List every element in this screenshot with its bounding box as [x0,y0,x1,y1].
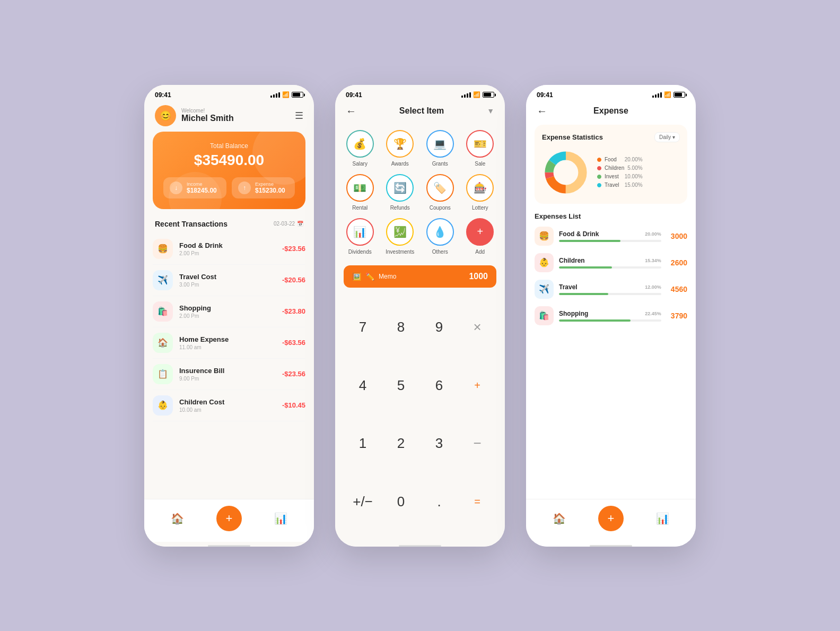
expense-list-name: Children 15.34% [559,257,661,264]
transaction-name: Insurence Bill [179,367,282,375]
stats-nav-button[interactable]: 📊 [274,512,287,525]
numpad-key[interactable]: 3 [420,414,458,473]
items-grid: 💰 Salary 🏆 Awards 💻 Grants 🎫 Sale 💵 Rent… [335,125,505,260]
wifi-icon-3: 📶 [664,91,671,98]
item-circle: 🏆 [386,130,414,158]
add-button-3[interactable]: + [598,506,624,531]
expense-amount: $15230.00 [255,187,285,194]
item-circle: 💻 [426,130,454,158]
phone-dashboard: 09:41 📶 😊 Welcome! Michel Smith ☰ [144,85,314,547]
item-cell[interactable]: 💻 Grants [424,130,457,167]
balance-card: Total Balance $35490.00 ↓ Income $18245.… [153,132,305,209]
numpad-key[interactable]: − [458,414,496,473]
menu-icon[interactable]: ☰ [295,110,303,122]
expense-list-item[interactable]: 👶 Children 15.34% 2600 [535,253,687,272]
numpad-key[interactable]: +/− [344,473,382,531]
numpad-key[interactable]: 9 [420,298,458,357]
battery-icon-3 [673,92,685,98]
item-cell[interactable]: 🎫 Sale [464,130,497,167]
transaction-item[interactable]: 🍔 Food & Drink 2.00 Pm -$23.56 [153,234,305,265]
transaction-item[interactable]: 👶 Children Cost 10.00 am -$10.45 [153,390,305,421]
legend-item: Invest 10.00% [597,174,643,179]
transaction-time: 10.00 am [179,407,282,413]
legend-pct: 5.00% [627,165,642,171]
item-cell[interactable]: 💵 Rental [344,174,377,211]
item-circle: 📊 [346,218,374,246]
numpad-key[interactable]: = [458,473,496,531]
legend-name: Travel [605,182,622,188]
expense-list-item[interactable]: 🍔 Food & Drink 20.00% 3000 [535,227,687,246]
avatar-section: 😊 Welcome! Michel Smith [155,105,234,126]
item-cell[interactable]: + Add [464,218,497,255]
numpad-key[interactable]: 8 [382,298,420,357]
numpad-key[interactable]: 5 [382,356,420,414]
progress-bar-bg [559,293,661,295]
numpad-key[interactable]: . [420,473,458,531]
transaction-item[interactable]: ✈️ Travel Cost 3.00 Pm -$20.56 [153,265,305,296]
numpad-key[interactable]: 2 [382,414,420,473]
numpad-key[interactable]: 0 [382,473,420,531]
item-cell[interactable]: 💰 Salary [344,130,377,167]
item-label: Salary [353,161,368,167]
transaction-amount: -$23.56 [282,370,305,378]
transaction-amount: -$10.45 [282,401,305,409]
progress-bar-fill [559,319,631,322]
legend-item: Children 5.00% [597,165,643,171]
numpad-key[interactable]: 1 [344,414,382,473]
item-cell[interactable]: 💹 Investments [384,218,417,255]
item-label: Sale [475,161,485,167]
transaction-icon: ✈️ [153,270,173,290]
expense-back-button[interactable]: ← [537,105,547,117]
numpad-key[interactable]: × [458,298,496,357]
numpad: 789×456+123−+/−0.= [335,293,505,542]
item-cell[interactable]: 💧 Others [424,218,457,255]
status-bar-1: 09:41 📶 [144,85,314,102]
transaction-item[interactable]: 🏠 Home Expense 11.00 am -$63.56 [153,327,305,359]
transaction-item[interactable]: 🛍️ Shopping 2.00 Pm -$23.80 [153,296,305,327]
expense-list-item[interactable]: ✈️ Travel 12.00% 4560 [535,280,687,299]
numpad-key[interactable]: 7 [344,298,382,357]
home-nav-button[interactable]: 🏠 [171,512,184,525]
numpad-key[interactable]: 4 [344,356,382,414]
memo-left: 🖼️ ✏️ Memo [352,272,396,281]
add-button[interactable]: + [216,506,242,531]
status-time-2: 09:41 [346,91,362,99]
balance-stats: ↓ Income $18245.00 ↑ Expense $15230.00 [163,177,295,198]
memo-image-icon[interactable]: 🖼️ [352,272,361,281]
item-cell[interactable]: 🎰 Lottery [464,174,497,211]
item-circle: 🎫 [466,130,494,158]
signal-icon-3 [652,92,662,98]
item-label: Rental [352,205,368,211]
item-cell[interactable]: 🔄 Refunds [384,174,417,211]
status-icons-3: 📶 [652,91,685,98]
transaction-item[interactable]: 📋 Insurence Bill 9.00 Pm -$23.56 [153,359,305,390]
item-label: Add [475,249,485,255]
item-cell[interactable]: 🏷️ Coupons [424,174,457,211]
memo-label: Memo [379,273,396,280]
expense-list-pct: 20.00% [645,231,661,237]
stats-nav-button-3[interactable]: 📊 [656,512,669,525]
daily-filter[interactable]: Daily ▾ [654,132,680,142]
item-cell[interactable]: 📊 Dividends [344,218,377,255]
memo-edit-icon[interactable]: ✏️ [365,272,374,281]
expense-title: Expense [593,106,628,116]
income-amount: $18245.00 [187,187,217,194]
numpad-key[interactable]: 6 [420,356,458,414]
wifi-icon-2: 📶 [473,91,480,98]
transactions-title: Recent Transactions [155,220,228,228]
expense-list-value: 3790 [671,312,687,320]
home-nav-button-3[interactable]: 🏠 [553,512,566,525]
item-cell[interactable]: 🏆 Awards [384,130,417,167]
numpad-key[interactable]: + [458,356,496,414]
phone-select-item: 09:41 📶 ← Select Item ▼ 💰 Salary � [335,85,505,547]
legend-name: Food [605,157,622,162]
filter-icon[interactable]: ▼ [487,107,494,115]
expense-list-info: Food & Drink 20.00% [559,230,661,242]
home-indicator-2 [399,545,441,547]
transaction-icon: 🛍️ [153,301,173,322]
expenses-list-section: Expenses List 🍔 Food & Drink 20.00% 3000… [526,212,696,499]
item-circle: 💵 [346,174,374,202]
back-button[interactable]: ← [346,105,356,117]
expense-list-name: Food & Drink 20.00% [559,230,661,238]
expense-list-item[interactable]: 🛍️ Shopping 22.45% 3790 [535,306,687,325]
